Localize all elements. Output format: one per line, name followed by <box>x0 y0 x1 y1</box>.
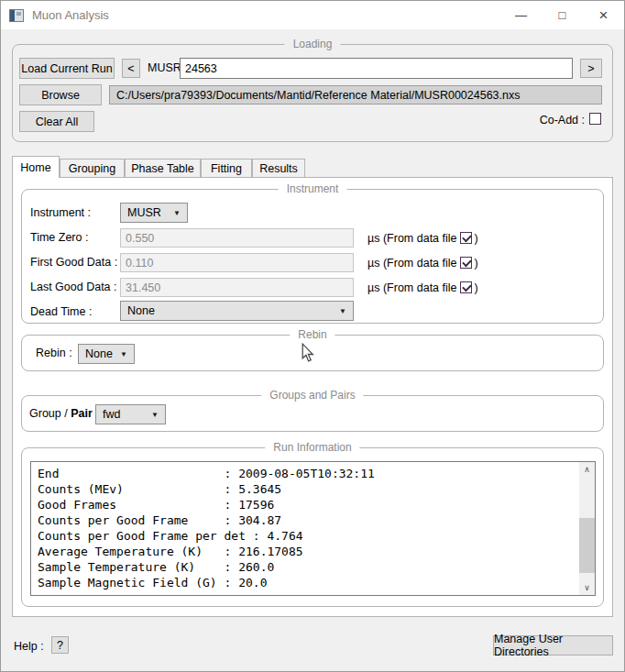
group-pair-label-prefix: Group / <box>29 407 68 420</box>
instrument-prefix-label: MUSR <box>148 61 181 74</box>
co-add-label: Co-Add : <box>508 114 585 127</box>
chevron-down-icon: ▼ <box>339 307 346 315</box>
dead-time-combobox[interactable]: None ▼ <box>120 301 354 321</box>
run-information-group-title: Run Information <box>265 441 359 454</box>
chevron-down-icon: ▼ <box>120 350 127 358</box>
run-information-textarea[interactable]: End : 2009-08-05T10:32:11 Counts (MEv) :… <box>30 461 596 596</box>
group-pair-combobox-value: fwd <box>103 408 120 421</box>
close-button[interactable]: × <box>583 1 624 29</box>
co-add-checkbox[interactable] <box>589 113 601 125</box>
title-bar: Muon Analysis — □ × <box>1 1 624 29</box>
load-current-run-button[interactable]: Load Current Run <box>19 58 115 79</box>
last-good-data-input <box>120 278 354 297</box>
rebin-combobox[interactable]: None ▼ <box>78 344 135 364</box>
run-information-group: Run Information End : 2009-08-05T10:32:1… <box>21 447 604 607</box>
rebin-group-title: Rebin <box>290 328 334 341</box>
run-information-text[interactable]: End : 2009-08-05T10:32:11 Counts (MEv) :… <box>31 462 579 595</box>
dead-time-combobox-value: None <box>127 304 155 317</box>
first-good-data-input <box>120 253 354 272</box>
last-good-unit-label: µs (From data file <box>367 281 457 294</box>
first-good-from-file-checkbox[interactable] <box>460 257 472 269</box>
first-good-unit-suffix: ) <box>475 257 478 270</box>
manage-user-directories-button[interactable]: Manage User Directories <box>493 635 613 655</box>
first-good-data-label: First Good Data : <box>30 256 117 269</box>
instrument-combobox-value: MUSR <box>127 206 161 219</box>
group-pair-label: Group / Pair : <box>29 407 99 420</box>
dead-time-label: Dead Time : <box>30 305 92 318</box>
group-pair-combobox[interactable]: fwd ▼ <box>95 404 166 424</box>
minimize-button[interactable]: — <box>500 1 542 29</box>
last-good-unit-suffix: ) <box>475 281 478 294</box>
run-info-scrollbar[interactable]: ∧ ∨ <box>579 462 595 595</box>
loading-group-title: Loading <box>285 38 341 50</box>
chevron-down-icon: ▼ <box>173 209 181 217</box>
scroll-down-icon[interactable]: ∨ <box>579 580 595 595</box>
tab-grouping[interactable]: Grouping <box>60 159 125 177</box>
clear-all-button[interactable]: Clear All <box>19 111 94 132</box>
chevron-down-icon: ▼ <box>151 411 159 419</box>
run-number-input[interactable] <box>180 58 573 79</box>
time-zero-unit-label: µs (From data file <box>367 232 457 245</box>
maximize-button[interactable]: □ <box>542 1 583 29</box>
tab-results[interactable]: Results <box>252 159 305 177</box>
help-button[interactable]: ? <box>51 636 69 654</box>
window-title: Muon Analysis <box>32 8 109 22</box>
instrument-combobox[interactable]: MUSR ▼ <box>120 203 188 223</box>
previous-run-button[interactable]: < <box>122 59 140 78</box>
file-path-field[interactable]: C:/Users/pra79393/Documents/Mantid/Refer… <box>109 85 602 105</box>
last-good-from-file-checkbox[interactable] <box>460 281 472 293</box>
instrument-label: Instrument : <box>30 206 91 219</box>
scrollbar-thumb[interactable] <box>579 518 595 573</box>
time-zero-input <box>120 228 354 248</box>
rebin-group: Rebin Rebin : None ▼ <box>21 335 604 371</box>
last-good-data-label: Last Good Data : <box>30 281 117 293</box>
muon-analysis-window: Muon Analysis — □ × Loading Load Current… <box>0 0 625 672</box>
groups-pairs-group: Groups and Pairs Group / Pair : fwd ▼ <box>21 395 604 432</box>
next-run-button[interactable]: > <box>580 59 602 78</box>
time-zero-label: Time Zero : <box>30 231 88 244</box>
time-zero-unit-suffix: ) <box>475 232 478 245</box>
app-icon <box>9 9 24 22</box>
help-label: Help : <box>14 640 44 653</box>
last-good-data-unit: µs (From data file ) <box>367 278 478 297</box>
tab-phase-table[interactable]: Phase Table <box>125 159 201 177</box>
tab-home[interactable]: Home <box>12 156 60 178</box>
window-controls: — □ × <box>500 1 624 29</box>
instrument-group: Instrument Instrument : MUSR ▼ Time Zero… <box>21 189 604 324</box>
instrument-group-title: Instrument <box>279 182 347 195</box>
browse-button[interactable]: Browse <box>19 84 102 105</box>
first-good-data-unit: µs (From data file ) <box>367 253 478 272</box>
time-zero-unit: µs (From data file ) <box>367 228 478 248</box>
rebin-label: Rebin : <box>36 347 72 359</box>
rebin-combobox-value: None <box>85 347 113 360</box>
scroll-up-icon[interactable]: ∧ <box>579 462 595 477</box>
time-zero-from-file-checkbox[interactable] <box>460 232 472 244</box>
first-good-unit-label: µs (From data file <box>367 257 457 270</box>
groups-pairs-group-title: Groups and Pairs <box>261 389 363 402</box>
tab-fitting[interactable]: Fitting <box>201 159 252 177</box>
loading-group: Loading Load Current Run < MUSR > Browse… <box>12 44 613 142</box>
